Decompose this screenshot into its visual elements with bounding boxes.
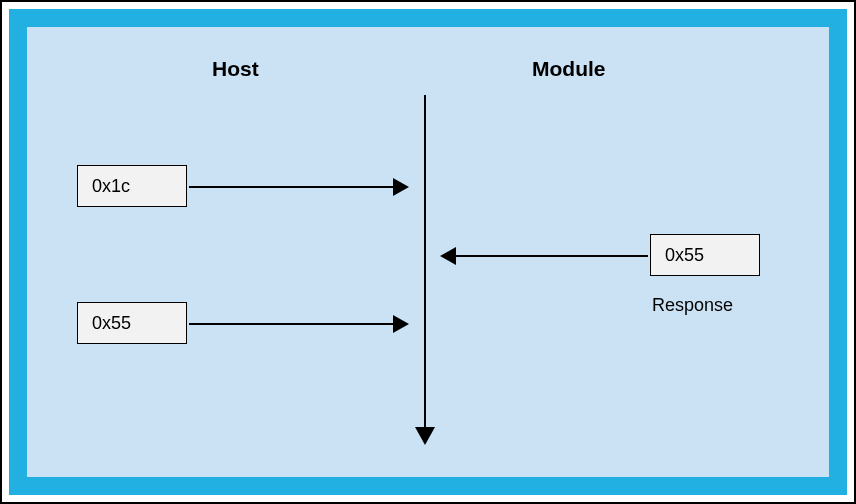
module-message-box-1: 0x55 bbox=[650, 234, 760, 276]
arrowhead-right-icon bbox=[393, 178, 409, 196]
host-message-box-1: 0x1c bbox=[77, 165, 187, 207]
timeline-arrowhead-down-icon bbox=[415, 427, 435, 445]
arrowhead-left-icon bbox=[440, 247, 456, 265]
diagram-blue-frame: Host Module 0x1c 0x55 Response 0x55 bbox=[9, 9, 847, 495]
diagram-outer-border: Host Module 0x1c 0x55 Response 0x55 bbox=[0, 0, 856, 504]
arrow-host-to-module-1 bbox=[189, 186, 407, 188]
module-column-heading: Module bbox=[532, 57, 606, 81]
arrow-module-to-host-1 bbox=[442, 255, 648, 257]
arrowhead-right-icon bbox=[393, 315, 409, 333]
diagram-panel: Host Module 0x1c 0x55 Response 0x55 bbox=[27, 27, 829, 477]
host-message-box-2: 0x55 bbox=[77, 302, 187, 344]
host-column-heading: Host bbox=[212, 57, 259, 81]
arrow-host-to-module-2 bbox=[189, 323, 407, 325]
response-label: Response bbox=[652, 295, 733, 316]
timeline-vertical-line bbox=[424, 95, 426, 433]
